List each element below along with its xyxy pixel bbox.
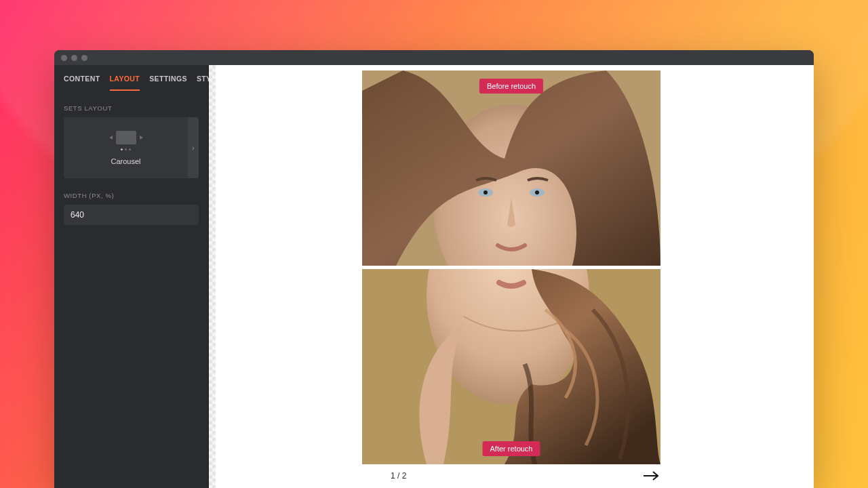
before-after-carousel: Before retouch [362,70,660,481]
page-indicator: 1 / 2 [391,471,406,481]
before-label-badge: Before retouch [479,79,543,94]
tab-settings[interactable]: SETTINGS [149,75,187,91]
traffic-light-minimize[interactable] [71,55,77,61]
transparency-grid [209,65,216,488]
carousel-next-button[interactable] [643,471,659,481]
after-image: After retouch [362,269,660,464]
layout-next-button[interactable]: › [188,117,199,178]
carousel-pager: 1 / 2 [362,464,660,481]
tab-content[interactable]: CONTENT [64,75,100,91]
preview-canvas: Before retouch [209,65,814,488]
width-input[interactable] [64,205,199,225]
chevron-right-icon: › [192,144,194,152]
svg-point-5 [535,190,539,195]
app-body: CONTENT LAYOUT SETTINGS STYLE SETS LAYOU… [54,65,814,488]
traffic-light-close[interactable] [61,55,67,61]
layout-option-carousel[interactable]: Carousel [64,117,188,178]
editor-sidebar: CONTENT LAYOUT SETTINGS STYLE SETS LAYOU… [54,65,209,488]
tab-layout[interactable]: LAYOUT [110,75,140,91]
app-window: CONTENT LAYOUT SETTINGS STYLE SETS LAYOU… [54,50,814,488]
layout-picker: Carousel › [64,117,199,178]
before-image: Before retouch [362,70,660,266]
carousel-dots-icon [121,148,131,150]
sets-layout-label: SETS LAYOUT [54,91,208,117]
carousel-thumb-icon [116,131,136,144]
arrow-right-icon [643,471,659,481]
sidebar-tabs: CONTENT LAYOUT SETTINGS STYLE [54,65,208,91]
svg-point-4 [484,190,488,195]
traffic-light-zoom[interactable] [81,55,87,61]
width-label: WIDTH (PX, %) [54,178,208,205]
after-label-badge: After retouch [483,441,540,456]
layout-option-label: Carousel [111,157,140,165]
window-titlebar [54,50,814,65]
